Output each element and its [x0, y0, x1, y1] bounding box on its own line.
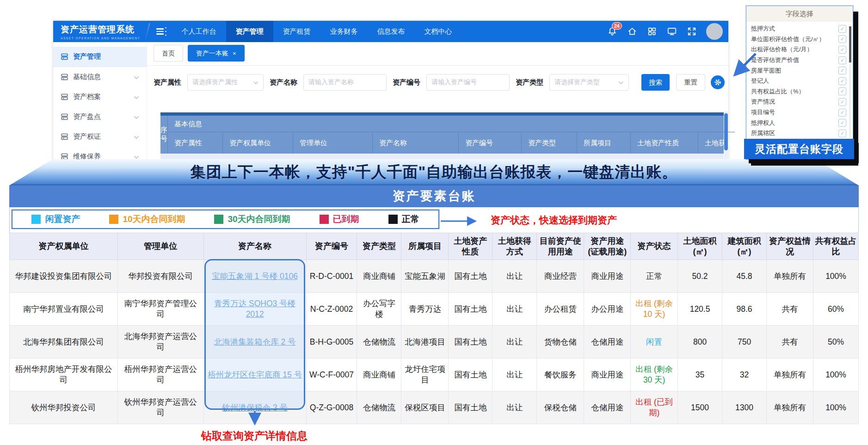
- close-icon[interactable]: ×: [233, 50, 236, 57]
- apps-grid-icon[interactable]: [646, 26, 658, 37]
- asset-name-link[interactable]: 钦州港保税仓 3 号: [222, 403, 288, 412]
- scrollbar-thumb[interactable]: [724, 113, 728, 150]
- filter-label-1: 资产属性: [154, 78, 181, 87]
- legend-strip: 闲置资产10天内合同到期30天内合同到期已到期正常 资产状态，快速选择到期资产: [9, 207, 859, 233]
- bg-col-seq: 序号: [160, 116, 168, 154]
- cell-equity: 单独所有: [767, 358, 813, 391]
- chevron-down-icon: [134, 93, 139, 101]
- cell-share_ratio: 100%: [813, 391, 859, 424]
- sidebar-item-3[interactable]: 资产档案: [53, 87, 147, 107]
- field-selection-panel: 字段选择 抵押方式✓单位面积评估价值（元/㎡）✓出租评估价格（元/月）✓是否评估…: [746, 6, 853, 160]
- checkbox-checked-icon[interactable]: ✓: [838, 87, 846, 95]
- navbar-actions: 24: [607, 23, 728, 40]
- filter-input-2[interactable]: 请输入资产名称: [303, 74, 387, 91]
- nav-item-6[interactable]: 文档中心: [415, 21, 462, 42]
- cell-acquisition: 出让: [492, 260, 537, 293]
- banner-text: 集团上下一本帐，支持"千人千面"自助输出台账报表，一键盘清出账。: [191, 162, 677, 183]
- cell-acquisition: 出让: [492, 358, 537, 391]
- asset-name-link[interactable]: 宝能五象湖 1 号楼 0106: [212, 272, 298, 281]
- field-option-label: 所属辖区: [751, 129, 838, 137]
- tab-1[interactable]: 首页: [154, 45, 183, 62]
- bg-column-header: 资产属性: [168, 132, 222, 154]
- cell-asset_type: 仓储物流: [357, 326, 401, 358]
- cell-cert_use: 商业用途: [584, 260, 631, 293]
- column-header-14: 资产权益情况: [767, 233, 813, 260]
- legend-item-2[interactable]: 10天内合同到期: [109, 213, 185, 225]
- nav-item-5[interactable]: 信息发布: [368, 21, 415, 42]
- field-option-label: 抵押方式: [751, 25, 838, 33]
- checkbox-checked-icon[interactable]: ✓: [838, 56, 846, 64]
- sidebar-item-label: 基础信息: [73, 73, 101, 81]
- column-settings-button[interactable]: [711, 75, 725, 89]
- user-avatar[interactable]: [706, 23, 723, 40]
- nav-item-1[interactable]: 个人工作台: [172, 21, 226, 42]
- nav-item-3[interactable]: 资产租赁: [273, 21, 320, 42]
- ledger-section: 资产要素台账 闲置资产10天内合同到期30天内合同到期已到期正常 资产状态，快速…: [9, 185, 859, 424]
- checkbox-checked-icon[interactable]: ✓: [838, 98, 846, 106]
- bg-column-header: 资产编号: [458, 132, 521, 154]
- cell-owner: 华邦建设投资集团有限公司: [10, 260, 118, 293]
- top-navbar: 资产运营管理系统 ASSET OPERATION AND MANAGEMENT …: [53, 21, 728, 42]
- reset-button[interactable]: 重置: [676, 74, 705, 91]
- sidebar-item-5[interactable]: 资产权证: [53, 127, 147, 147]
- column-header-4: 资产编号: [306, 233, 357, 260]
- filter-input-3[interactable]: 请输入资产编号: [426, 74, 510, 91]
- sidebar-item-4[interactable]: 资产盘点: [53, 107, 147, 127]
- checkbox-checked-icon[interactable]: ✓: [838, 25, 846, 33]
- cell-asset_name: 北海港集装箱仓库 2 号: [203, 326, 306, 358]
- filter-label-4: 资产类型: [516, 78, 543, 87]
- cell-project: 北海港项目: [401, 326, 449, 358]
- field-panel-scrollbar[interactable]: [849, 25, 851, 138]
- cell-building_area: 98.6: [722, 293, 767, 326]
- checkbox-checked-icon[interactable]: ✓: [838, 130, 846, 137]
- sidebar-item-2[interactable]: 基础信息: [53, 67, 147, 87]
- legend-annotation: 资产状态，快速选择到期资产: [491, 207, 617, 233]
- search-button[interactable]: 搜索: [641, 74, 670, 91]
- sidebar-item-1[interactable]: 资产管理: [53, 47, 147, 67]
- cell-manager: 北海华邦资产运营公司: [117, 326, 203, 358]
- fullscreen-icon[interactable]: [686, 26, 697, 37]
- menu-collapse-icon[interactable]: [156, 25, 166, 38]
- monitor-icon[interactable]: [666, 26, 677, 37]
- legend-item-4[interactable]: 已到期: [320, 213, 359, 225]
- asset-name-link[interactable]: 梧州龙圩区住宅底商 15 号: [208, 370, 302, 379]
- bg-group-header: 基本信息: [168, 116, 735, 132]
- checkbox-checked-icon[interactable]: ✓: [838, 119, 846, 127]
- field-option-label: 共有权益占比（%）: [751, 87, 838, 96]
- filter-select-1[interactable]: 请选择资产属性: [187, 74, 264, 91]
- placeholder-text: 请输入资产名称: [308, 78, 354, 87]
- app-title: 资产运营管理系统: [61, 24, 148, 36]
- checkbox-checked-icon[interactable]: ✓: [838, 109, 846, 117]
- legend-item-3[interactable]: 30天内合同到期: [214, 213, 290, 225]
- background-table: 序号 基本信息 资产属性资产权属单位管理单位资产名称资产编号资产类型所属项目土地…: [160, 112, 724, 160]
- bg-column-header: 资产权属单位: [222, 132, 293, 154]
- table-row-3: 北海华邦集团有限公司北海华邦资产运营公司北海港集装箱仓库 2 号B-H-G-00…: [10, 326, 859, 358]
- nav-item-4[interactable]: 业务财务: [320, 21, 368, 42]
- field-option-8: 资产情况✓: [751, 97, 848, 107]
- chevron-down-icon: [615, 78, 624, 87]
- field-panel-scrollbar-thumb[interactable]: [849, 26, 851, 62]
- tab-2[interactable]: 资产一本账×: [188, 45, 245, 62]
- checkbox-checked-icon[interactable]: ✓: [838, 35, 846, 43]
- cell-equity: 共有: [767, 293, 813, 326]
- checkbox-checked-icon[interactable]: ✓: [838, 46, 846, 54]
- field-option-label: 是否评估资产价值: [751, 56, 838, 64]
- asset-name-link[interactable]: 青秀万达 SOHO3 号楼 2012: [214, 299, 295, 319]
- column-header-8: 土地获得方式: [492, 233, 537, 260]
- legend-item-5[interactable]: 正常: [388, 213, 419, 225]
- checkbox-checked-icon[interactable]: ✓: [838, 77, 846, 85]
- cell-share_ratio: 100%: [813, 260, 859, 293]
- cell-building_area: 45.8: [722, 260, 767, 293]
- field-option-4: 是否评估资产价值✓: [751, 55, 848, 66]
- nav-item-2[interactable]: 资产管理: [226, 21, 273, 42]
- legend-item-1[interactable]: 闲置资产: [31, 213, 80, 225]
- filter-select-4[interactable]: 请选择资产类型: [549, 74, 629, 91]
- checkbox-checked-icon[interactable]: ✓: [838, 67, 846, 74]
- notification-bell-icon[interactable]: 24: [607, 26, 618, 37]
- cell-acquisition: 出让: [492, 391, 537, 424]
- home-icon[interactable]: [627, 26, 638, 37]
- chevron-down-icon: [134, 133, 139, 141]
- asset-name-link[interactable]: 北海港集装箱仓库 2 号: [214, 337, 296, 346]
- column-header-6: 所属项目: [401, 233, 449, 260]
- sidebar-item-label: 资产盘点: [73, 112, 101, 121]
